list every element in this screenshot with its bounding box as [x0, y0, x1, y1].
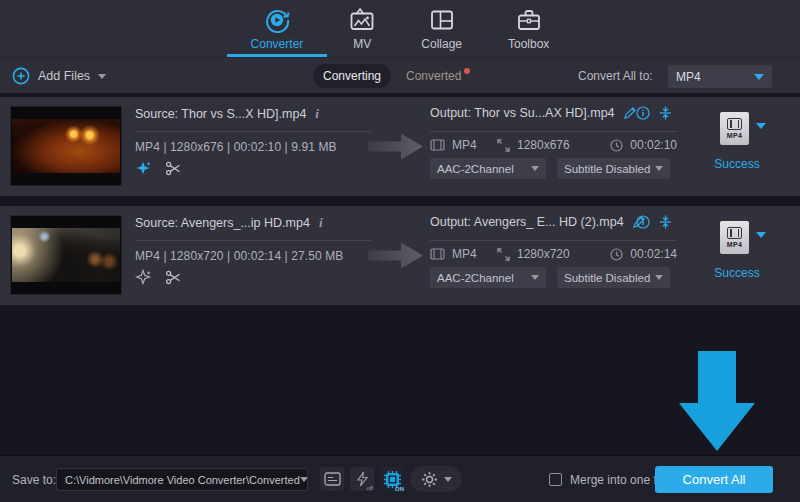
resolution-icon — [497, 248, 510, 261]
save-path-value: C:\Vidmore\Vidmore Video Converter\Conve… — [65, 474, 300, 486]
hardware-acceleration-toggle[interactable]: ON — [380, 467, 404, 491]
bottom-bar: Save to: C:\Vidmore\Vidmore Video Conver… — [0, 455, 800, 502]
output-format-field-2: MP4 — [430, 247, 477, 261]
tab-mv[interactable]: MV — [343, 0, 381, 57]
format-icon — [430, 139, 445, 151]
output-resolution-field-2: 1280x720 — [497, 247, 570, 261]
output-info-icon[interactable] — [636, 215, 650, 229]
converted-tab[interactable]: Converted — [406, 64, 470, 88]
collage-icon — [429, 7, 455, 33]
source-to-output-arrow-icon — [368, 240, 423, 271]
file-format-badge-1[interactable]: MP4 — [720, 112, 749, 145]
video-thumbnail-1[interactable] — [10, 106, 122, 186]
output-title-1: Output: Thor vs Su...AX HD].mp4 — [430, 106, 637, 120]
flash-state-label: off — [366, 485, 373, 491]
gear-icon — [421, 471, 438, 488]
save-path-input[interactable]: C:\Vidmore\Vidmore Video Converter\Conve… — [56, 468, 308, 491]
source-tools-2 — [135, 269, 182, 286]
settings-caret-icon — [444, 477, 452, 482]
rename-icon[interactable] — [623, 106, 637, 120]
output-info-icon[interactable] — [636, 106, 650, 120]
source-title-text-2: Source: Avengers_...ip HD.mp4 — [135, 216, 310, 230]
compress-icon[interactable] — [659, 106, 672, 120]
add-files-button[interactable]: Add Files — [12, 58, 106, 94]
output-format-text-1: MP4 — [452, 138, 477, 152]
output-meta-2: MP4 1280x720 00:02:14 — [430, 247, 677, 263]
source-meta-1: MP4 | 1280x676 | 00:02:10 | 9.91 MB — [135, 140, 337, 154]
audio-option-2: AAC-2Channel — [437, 272, 514, 284]
tab-toolbox[interactable]: Toolbox — [502, 0, 555, 57]
subtitle-dropdown-2[interactable]: Subtitle Disabled — [557, 267, 670, 288]
cut-icon[interactable] — [165, 160, 182, 177]
output-format-dropdown[interactable]: MP4 — [668, 65, 772, 88]
compress-icon[interactable] — [659, 215, 672, 229]
clock-icon — [610, 248, 623, 261]
audio-dropdown-caret-icon — [531, 166, 539, 171]
tab-converter[interactable]: Converter — [245, 0, 310, 57]
output-duration-text-1: 00:02:10 — [630, 138, 677, 152]
source-to-output-arrow-icon — [368, 131, 423, 162]
output-resolution-text-1: 1280x676 — [517, 138, 570, 152]
resolution-icon — [497, 139, 510, 152]
cut-icon[interactable] — [165, 269, 182, 286]
subtitle-option-1: Subtitle Disabled — [564, 163, 650, 175]
subtitle-option-2: Subtitle Disabled — [564, 272, 650, 284]
plus-circle-icon — [12, 67, 30, 85]
format-dropdown-caret-icon — [754, 74, 764, 80]
film-glyph-icon — [727, 118, 742, 130]
source-info-icon[interactable]: i — [319, 215, 323, 231]
edit-effects-icon[interactable] — [135, 160, 152, 177]
output-meta-1: MP4 1280x676 00:02:10 — [430, 138, 677, 154]
badge-text-2: MP4 — [727, 241, 742, 248]
convert-all-label: Convert All — [683, 472, 746, 487]
folder-icon — [324, 472, 341, 486]
output-duration-field-2: 00:02:14 — [610, 247, 677, 261]
high-speed-toggle[interactable]: off — [350, 467, 374, 491]
file-row-1: Source: Thor vs S...X HD].mp4 i MP4 | 12… — [0, 97, 800, 196]
source-info-icon[interactable]: i — [315, 106, 319, 122]
toolbox-icon — [516, 7, 542, 33]
converted-tab-label: Converted — [406, 69, 461, 83]
video-thumbnail-2[interactable] — [10, 215, 122, 295]
thumbnail-image-2 — [12, 228, 120, 282]
per-file-format-1: MP4 — [720, 112, 766, 145]
badge-caret-icon[interactable] — [756, 232, 766, 238]
convert-all-to-label: Convert All to: — [578, 58, 653, 94]
output-duration-text-2: 00:02:14 — [630, 247, 677, 261]
badge-text-1: MP4 — [727, 132, 742, 139]
pointer-arrow-graphic — [679, 351, 755, 451]
format-icon — [430, 248, 445, 260]
tab-collage[interactable]: Collage — [415, 0, 468, 57]
status-label-1: Success — [713, 157, 761, 171]
settings-button[interactable] — [410, 466, 462, 492]
merge-checkbox[interactable] — [549, 473, 562, 486]
file-toolbar: Add Files Converting Converted Convert A… — [0, 57, 800, 93]
tab-converter-label: Converter — [251, 37, 304, 51]
output-resolution-text-2: 1280x720 — [517, 247, 570, 261]
open-folder-button[interactable] — [320, 467, 344, 491]
output-title-text-2: Output: Avengers_ E... HD (2).mp4 — [430, 215, 624, 229]
audio-track-dropdown-2[interactable]: AAC-2Channel — [430, 267, 546, 288]
mv-icon — [349, 7, 375, 33]
hw-accel-state-label: ON — [395, 486, 404, 492]
output-format-value: MP4 — [676, 70, 701, 84]
badge-caret-icon[interactable] — [756, 123, 766, 129]
main-nav: Converter MV Collage — [0, 0, 800, 57]
convert-all-button[interactable]: Convert All — [655, 466, 773, 493]
divider — [135, 131, 371, 132]
audio-track-dropdown-1[interactable]: AAC-2Channel — [430, 158, 546, 179]
output-resolution-field-1: 1280x676 — [497, 138, 570, 152]
per-file-format-2: MP4 — [720, 221, 766, 254]
video-converter-window: Converter MV Collage — [0, 0, 800, 502]
converter-icon — [264, 7, 290, 33]
converting-tab[interactable]: Converting — [313, 64, 391, 88]
subtitle-dropdown-1[interactable]: Subtitle Disabled — [557, 158, 670, 179]
subtitle-dropdown-caret-icon — [655, 166, 663, 171]
converting-tab-label: Converting — [323, 69, 381, 83]
source-title-2: Source: Avengers_...ip HD.mp4 i — [135, 215, 323, 231]
file-format-badge-2[interactable]: MP4 — [720, 221, 749, 254]
source-tools-1 — [135, 160, 182, 177]
audio-option-1: AAC-2Channel — [437, 163, 514, 175]
thumbnail-image-1 — [12, 119, 120, 173]
edit-effects-icon[interactable] — [135, 269, 152, 286]
